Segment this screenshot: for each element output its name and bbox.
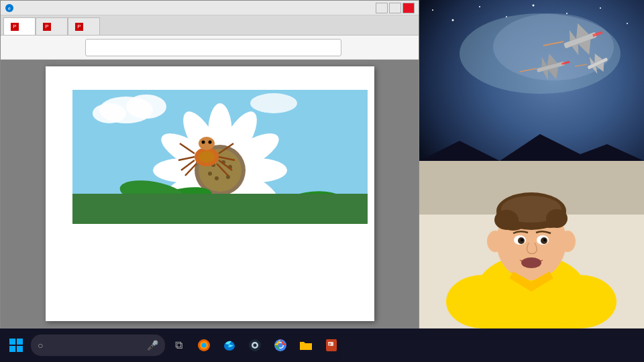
tab-spiders[interactable]: P — [3, 17, 36, 35]
task-view-icon: ⧉ — [171, 338, 186, 353]
share-icon[interactable] — [380, 40, 396, 56]
taskbar-firefox-icon[interactable] — [192, 333, 216, 357]
svg-rect-104 — [9, 346, 15, 352]
maximize-button[interactable] — [389, 3, 401, 13]
svg-point-43 — [208, 141, 211, 144]
browser-icon: e — [5, 3, 14, 13]
tab-bar: P P P — [1, 15, 419, 36]
favorites-icon[interactable] — [344, 40, 360, 56]
svg-point-49 — [533, 5, 535, 7]
pdf-icon-spiders: P — [11, 23, 19, 31]
svg-point-96 — [543, 239, 546, 241]
taskbar-folder-icon[interactable] — [294, 333, 318, 357]
window-controls — [376, 3, 415, 13]
browser-window: e P P P — [0, 0, 419, 328]
svg-point-115 — [278, 343, 283, 348]
pdf-content-area — [1, 60, 419, 328]
back-button[interactable] — [5, 39, 22, 56]
webcam-overlay — [419, 161, 644, 328]
svg-point-46 — [452, 19, 454, 21]
svg-rect-103 — [17, 339, 23, 345]
taskbar: ○ 🎤 ⧉ — [0, 328, 644, 362]
svg-point-99 — [559, 231, 576, 252]
close-button[interactable] — [402, 3, 415, 13]
svg-point-32 — [199, 137, 215, 150]
pdf-page — [46, 66, 374, 321]
taskbar-chrome-icon[interactable] — [268, 333, 292, 357]
svg-point-90 — [546, 209, 568, 228]
svg-rect-30 — [72, 194, 368, 224]
svg-point-98 — [487, 231, 503, 252]
svg-point-52 — [627, 23, 628, 24]
start-button[interactable] — [3, 332, 30, 359]
navigation-bar — [1, 36, 419, 60]
task-view-button[interactable]: ⧉ — [166, 333, 191, 357]
taskbar-steam-icon[interactable] — [243, 333, 267, 357]
svg-point-47 — [479, 6, 480, 7]
tab-chevron-button[interactable] — [117, 17, 131, 35]
svg-point-108 — [202, 343, 207, 348]
refresh-button[interactable] — [45, 39, 62, 56]
svg-point-95 — [521, 239, 523, 241]
svg-point-6 — [250, 93, 297, 113]
more-icon[interactable] — [398, 40, 415, 56]
svg-point-5 — [93, 103, 126, 123]
svg-text:e: e — [8, 6, 11, 11]
taskbar-search-bar[interactable]: ○ 🎤 — [31, 335, 165, 356]
svg-point-4 — [126, 95, 166, 119]
tab-penguins[interactable]: P — [68, 17, 100, 35]
svg-point-33 — [199, 151, 215, 163]
tab-earthworms[interactable]: P — [36, 17, 68, 35]
svg-point-45 — [432, 9, 433, 11]
pdf-icon-earthworms: P — [43, 23, 51, 31]
taskbar-powerpoint-icon[interactable]: P — [319, 333, 343, 357]
svg-point-42 — [201, 141, 205, 144]
spider-image — [72, 90, 368, 224]
address-bar[interactable] — [85, 39, 341, 56]
svg-point-50 — [566, 13, 568, 14]
svg-point-112 — [254, 344, 257, 347]
svg-point-97 — [521, 257, 541, 268]
forward-button[interactable] — [25, 39, 42, 56]
svg-point-51 — [600, 7, 601, 9]
svg-rect-105 — [17, 346, 23, 352]
svg-rect-102 — [9, 339, 15, 345]
title-bar: e — [1, 1, 419, 15]
svg-point-101 — [543, 275, 616, 328]
svg-point-26 — [208, 172, 212, 176]
home-button[interactable] — [65, 39, 83, 56]
new-tab-button[interactable] — [100, 17, 117, 35]
svg-point-89 — [494, 210, 519, 230]
read-view-icon[interactable] — [362, 40, 378, 56]
svg-point-25 — [215, 176, 219, 180]
svg-point-100 — [446, 275, 520, 328]
mic-icon: 🎤 — [147, 340, 158, 351]
minimize-button[interactable] — [376, 3, 388, 13]
nav-action-icons — [344, 40, 415, 56]
pdf-icon-penguins: P — [75, 23, 83, 31]
taskbar-edge-icon[interactable] — [217, 333, 241, 357]
